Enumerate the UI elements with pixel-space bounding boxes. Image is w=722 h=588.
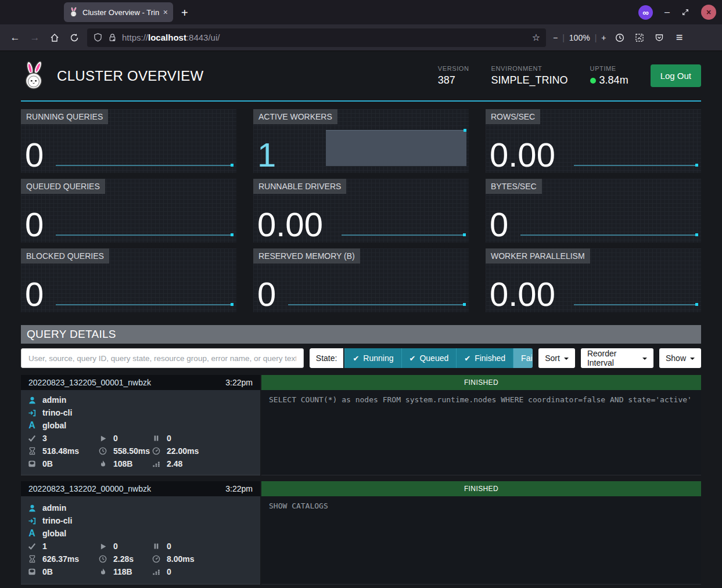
header-divider	[21, 100, 701, 102]
query-id-link[interactable]: 20220823_132205_00001_nwbzk	[28, 378, 151, 387]
zoom-level[interactable]: 100%	[569, 33, 590, 42]
version-label: VERSION	[438, 65, 469, 72]
elapsed-time: 2.28s	[113, 554, 134, 564]
logout-button[interactable]: Log Out	[651, 64, 701, 87]
hourglass-icon	[27, 554, 37, 564]
reload-button[interactable]	[65, 28, 84, 47]
stat-value: 0	[257, 277, 276, 311]
road-a-icon: A	[27, 420, 37, 431]
tile-runnable-drivers: 0.00 RUNNABLE DRIVERS	[253, 179, 469, 243]
window-minimize-button[interactable]: –	[664, 9, 670, 15]
stat-value: 0	[25, 138, 44, 172]
home-button[interactable]	[45, 28, 64, 47]
sparkline-area	[326, 130, 466, 166]
sparkline-endpoint	[464, 129, 466, 132]
query-sql-text: SHOW CATALOGS	[261, 496, 701, 585]
shield-icon[interactable]	[93, 33, 102, 42]
completed-splits: 1	[42, 542, 47, 551]
environment-meta: ENVIRONMENT SIMPLE_TRINO	[491, 65, 568, 86]
bars-icon	[152, 459, 161, 468]
browser-navbar: ← → https://localhost:8443/ui/ ☆ − | 100…	[0, 24, 722, 51]
query-details-header: QUERY DETAILS	[21, 325, 701, 344]
query-status-badge: FINISHED	[261, 481, 701, 496]
stat-label: RUNNABLE DRIVERS	[253, 179, 346, 194]
stat-value: 0.00	[257, 208, 323, 241]
query-id-link[interactable]: 20220823_132202_00000_nwbzk	[28, 484, 151, 493]
trino-ui-page: CLUSTER OVERVIEW VERSION 387 ENVIRONMENT…	[0, 51, 722, 585]
pocket-icon[interactable]	[650, 28, 669, 47]
zoom-out-button[interactable]: −	[553, 33, 558, 42]
flame-icon	[98, 459, 107, 468]
query-row: 20220823_132202_00000_nwbzk 3:22pm FINIS…	[21, 481, 701, 585]
separator: |	[562, 33, 565, 42]
state-button-queued[interactable]: ✔ Queued	[401, 348, 457, 368]
query-time: 3:22pm	[225, 484, 253, 493]
sparkline-endpoint	[231, 164, 234, 167]
pause-icon	[152, 434, 161, 443]
stat-label: RESERVED MEMORY (B)	[253, 248, 360, 264]
sparkline	[574, 165, 698, 166]
sparkline-endpoint	[463, 303, 466, 306]
menu-icon[interactable]: ≡	[670, 28, 688, 47]
state-button-label: Queued	[419, 353, 448, 363]
bars-icon	[152, 567, 161, 576]
stat-value: 1	[257, 138, 276, 172]
stat-label: QUEUED QUERIES	[21, 179, 105, 194]
state-button-label: Running	[363, 353, 393, 363]
play-icon	[98, 434, 107, 443]
url-bar[interactable]: https://localhost:8443/ui/ ☆	[87, 28, 546, 47]
back-button[interactable]: ←	[6, 28, 24, 47]
new-tab-button[interactable]: +	[181, 6, 188, 20]
user-icon	[27, 503, 37, 513]
zoom-in-button[interactable]: +	[601, 33, 606, 42]
state-button-running[interactable]: ✔ Running	[344, 348, 401, 368]
browser-tab[interactable]: Cluster Overview - Trino ×	[64, 2, 173, 22]
cumulative-memory: 108B	[113, 459, 132, 468]
lock-warning-icon[interactable]	[107, 33, 117, 42]
tile-reserved-memory: 0 RESERVED MEMORY (B)	[253, 248, 469, 312]
tile-bytes-per-sec: 0 BYTES/SEC	[486, 179, 701, 243]
state-button-finished[interactable]: ✔ Finished	[456, 348, 513, 368]
stat-label: ACTIVE WORKERS	[253, 109, 337, 124]
query-filter-toolbar: State: ✔ Running ✔ Queued ✔ Finished Fai…	[21, 348, 701, 368]
state-button-failed[interactable]: Failed	[513, 348, 533, 368]
sparkline-endpoint	[695, 164, 698, 167]
state-button-label: Finished	[475, 353, 505, 363]
stat-value: 0	[25, 277, 44, 311]
stat-value: 0.00	[490, 138, 555, 172]
gauge-icon	[152, 554, 161, 564]
stat-value: 0.00	[490, 277, 555, 311]
forward-button: →	[26, 28, 44, 47]
state-filter-label: State:	[310, 348, 344, 368]
screenshot-icon[interactable]	[630, 28, 649, 47]
uptime-label: UPTIME	[590, 65, 628, 72]
hourglass-icon	[27, 446, 37, 456]
query-search-input[interactable]	[21, 348, 304, 368]
sign-in-icon	[27, 408, 37, 417]
query-status-badge: FINISHED	[261, 375, 701, 390]
tile-rows-per-sec: 0.00 ROWS/SEC	[486, 109, 701, 173]
sparkline	[574, 304, 698, 305]
stat-label: WORKER PARALLELISM	[486, 248, 590, 264]
page-title: CLUSTER OVERVIEW	[57, 68, 203, 84]
show-dropdown[interactable]: Show	[659, 348, 701, 368]
parallelism: 0	[167, 567, 171, 576]
reorder-interval-dropdown[interactable]: Reorder Interval	[581, 348, 653, 368]
history-icon[interactable]	[610, 28, 629, 47]
elapsed-time: 558.50ms	[113, 446, 150, 456]
tab-close-icon[interactable]: ×	[163, 8, 168, 17]
query-stats: admin trino-cli Aglobal 3 0 0 518.48ms 5…	[21, 390, 260, 475]
window-restore-button[interactable]	[681, 8, 689, 16]
tab-title: Cluster Overview - Trino	[82, 8, 159, 17]
reorder-interval-label: Reorder Interval	[587, 349, 638, 367]
stat-label: ROWS/SEC	[486, 109, 540, 124]
url-text[interactable]: https://localhost:8443/ui/	[122, 33, 220, 42]
sparkline	[342, 235, 466, 236]
window-close-button[interactable]: ×	[701, 5, 716, 20]
check-icon	[27, 434, 37, 443]
query-resource-group: global	[42, 529, 66, 538]
bookmark-star-icon[interactable]: ☆	[532, 32, 540, 43]
wall-time: 626.37ms	[42, 554, 79, 564]
sort-dropdown[interactable]: Sort	[538, 348, 575, 368]
sparkline	[56, 235, 234, 236]
